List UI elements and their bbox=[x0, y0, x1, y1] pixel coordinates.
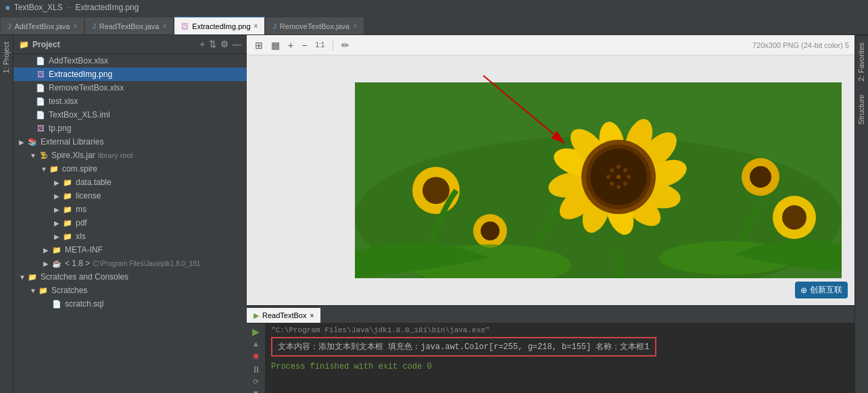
main-area: 1: Project 📁 Project + ⇅ ⚙ — 📄 AddTextBo… bbox=[0, 35, 868, 393]
arrow-comspire: ▼ bbox=[41, 165, 49, 173]
tab-readtextbox[interactable]: J ReadTextBox.java × bbox=[85, 17, 174, 34]
tree-item-pdf[interactable]: ▶ 📁 pdf bbox=[14, 216, 247, 230]
project-title: Project bbox=[32, 40, 60, 49]
folder-icon-scratches: 📁 bbox=[27, 271, 38, 282]
zoom-out-button[interactable]: − bbox=[299, 38, 310, 52]
side-tab-project[interactable]: 1: Project bbox=[0, 35, 13, 80]
tree-sublabel-jar: library root bbox=[98, 151, 133, 159]
run-tab-readtextbox[interactable]: ▶ ReadTextBox × bbox=[247, 308, 320, 323]
collapse-icon[interactable]: — bbox=[233, 39, 241, 49]
run-play-button[interactable]: ▶ bbox=[249, 326, 263, 337]
subtract-icon[interactable]: ⇅ bbox=[209, 39, 216, 49]
folder-icon-ms: 📁 bbox=[62, 204, 73, 215]
java-icon-3: J bbox=[272, 22, 276, 30]
tree-item-jdk[interactable]: ▶ ☕ < 1.8 > C:\Program Files\Java\jdk1.8… bbox=[14, 257, 247, 270]
tree-item-scratches-root[interactable]: ▼ 📁 Scratches and Consoles bbox=[14, 270, 247, 284]
tab-label-3: ExtractedImg.png bbox=[192, 22, 250, 30]
side-tab-favorites[interactable]: 2: Favorites bbox=[855, 35, 868, 88]
run-pause-button[interactable]: ⏸ bbox=[249, 364, 263, 375]
watermark-icon: ⊕ bbox=[800, 286, 807, 295]
tree-item-ms[interactable]: ▶ 📁 ms bbox=[14, 203, 247, 216]
run-tab-label: ReadTextBox bbox=[262, 311, 306, 319]
actual-size-button[interactable]: ▦ bbox=[268, 38, 283, 52]
project-tree: 📄 AddTextBox.xlsx 🖼 ExtractedImg.png 📄 R… bbox=[14, 54, 247, 393]
tree-item-license[interactable]: ▶ 📁 license bbox=[14, 189, 247, 203]
svg-point-29 bbox=[627, 175, 631, 179]
tab-extractedimg[interactable]: 🖼 ExtractedImg.png × bbox=[174, 17, 265, 34]
title-bar: ■ TextBox_XLS – ExtractedImg.png bbox=[0, 0, 868, 15]
run-stop-button[interactable]: ■ bbox=[249, 350, 263, 361]
tree-item-comspire[interactable]: ▼ 📁 com.spire bbox=[14, 162, 247, 176]
run-tab-close[interactable]: × bbox=[310, 312, 314, 319]
project-folder-icon: 📁 bbox=[19, 40, 29, 49]
svg-point-11 bbox=[782, 205, 806, 230]
image-canvas[interactable]: ⊕ 创新互联 bbox=[247, 55, 854, 305]
tree-item-extractedimg[interactable]: 🖼 ExtractedImg.png bbox=[14, 68, 247, 81]
side-tab-structure[interactable]: Structure bbox=[855, 88, 868, 132]
arrow-extlibs: ▶ bbox=[19, 138, 27, 146]
svg-point-30 bbox=[623, 182, 627, 186]
tab-close-1[interactable]: × bbox=[73, 22, 77, 30]
svg-point-28 bbox=[623, 168, 627, 172]
img-icon-tab: 🖼 bbox=[181, 22, 189, 30]
sql-icon: 📄 bbox=[51, 298, 62, 309]
run-output-box: 文本内容：添加文本到文本框 填充色：java.awt.Color[r=255, … bbox=[271, 337, 656, 357]
tab-removetextbox[interactable]: J RemoveTextBox.java × bbox=[265, 17, 364, 34]
folder-icon-lic: 📁 bbox=[62, 190, 73, 201]
arrow-scratches-sub: ▼ bbox=[30, 287, 38, 294]
run-down-button[interactable]: ▼ bbox=[249, 389, 263, 393]
svg-point-9 bbox=[481, 221, 500, 240]
tree-item-test[interactable]: 📄 test.xlsx bbox=[14, 95, 247, 108]
tree-item-tp[interactable]: 🖼 tp.png bbox=[14, 122, 247, 135]
tree-item-removetextbox[interactable]: 📄 RemoveTextBox.xlsx bbox=[14, 81, 247, 95]
tree-item-extlibs[interactable]: ▶ 📚 External Libraries bbox=[14, 135, 247, 149]
tree-label-ms: ms bbox=[76, 205, 87, 214]
tab-close-2[interactable]: × bbox=[162, 22, 166, 30]
tree-label-pdf: pdf bbox=[76, 218, 87, 228]
tab-close-3[interactable]: × bbox=[254, 22, 258, 30]
title-separator: – bbox=[67, 3, 72, 12]
title-text-2: ExtractedImg.png bbox=[75, 3, 139, 12]
tree-item-xls[interactable]: ▶ 📁 xls bbox=[14, 230, 247, 243]
tree-label-addtextbox: AddTextBox.xlsx bbox=[49, 56, 108, 66]
svg-point-34 bbox=[610, 168, 614, 172]
tree-label-scratches-root: Scratches and Consoles bbox=[41, 272, 128, 282]
xlsx-icon-2: 📄 bbox=[35, 82, 46, 93]
tab-addtextbox[interactable]: J AddTextBox.java × bbox=[0, 17, 85, 34]
tree-label-metainf: META-INF bbox=[65, 245, 103, 255]
tree-item-iml[interactable]: 📄 TextBox_XLS.iml bbox=[14, 108, 247, 122]
folder-icon-extlibs: 📚 bbox=[27, 136, 38, 147]
tab-close-4[interactable]: × bbox=[353, 22, 357, 30]
svg-point-35 bbox=[617, 175, 621, 179]
project-header: 📁 Project + ⇅ ⚙ — bbox=[14, 35, 247, 54]
tree-label-comspire: com.spire bbox=[62, 164, 97, 174]
run-up-button[interactable]: ▲ bbox=[249, 340, 263, 348]
tree-item-jar[interactable]: ▼ 🗜 Spire.Xls.jar library root bbox=[14, 149, 247, 162]
image-wrapper bbox=[355, 82, 842, 278]
add-icon[interactable]: + bbox=[199, 39, 205, 49]
image-info: 720x300 PNG (24-bit color) 5 bbox=[752, 41, 849, 49]
tree-item-scratch-sql[interactable]: 📄 scratch.sql bbox=[14, 297, 247, 311]
edit-button[interactable]: ✏ bbox=[339, 38, 352, 52]
left-side-tabs: 1: Project bbox=[0, 35, 14, 393]
run-rerun-button[interactable]: ⟳ bbox=[249, 377, 263, 386]
tree-item-scratches[interactable]: ▼ 📁 Scratches bbox=[14, 284, 247, 297]
tree-item-datatable[interactable]: ▶ 📁 data.table bbox=[14, 176, 247, 189]
fit-window-button[interactable]: ⊞ bbox=[252, 38, 266, 52]
tree-label-xls: xls bbox=[76, 232, 86, 241]
xlsx-icon-1: 📄 bbox=[35, 55, 46, 66]
bottom-panel: ▶ ReadTextBox × ▶ ▲ ■ ⏸ ⟳ ▼ "C:\Program … bbox=[247, 305, 854, 393]
tree-item-metainf[interactable]: ▶ 📁 META-INF bbox=[14, 243, 247, 257]
arrow-ms: ▶ bbox=[54, 206, 62, 213]
reset-zoom-button[interactable]: 1:1 bbox=[312, 40, 327, 50]
run-icon: ▶ bbox=[254, 311, 259, 320]
watermark: ⊕ 创新互联 bbox=[795, 282, 848, 298]
folder-icon-comspire: 📁 bbox=[49, 163, 59, 174]
iml-icon: 📄 bbox=[35, 109, 46, 120]
tree-item-addtextbox[interactable]: 📄 AddTextBox.xlsx bbox=[14, 54, 247, 68]
arrow-xls: ▶ bbox=[54, 233, 62, 240]
settings-icon[interactable]: ⚙ bbox=[220, 39, 228, 49]
zoom-in-button[interactable]: + bbox=[285, 38, 296, 52]
tree-label-test: test.xlsx bbox=[49, 97, 78, 106]
svg-point-27 bbox=[617, 165, 621, 169]
